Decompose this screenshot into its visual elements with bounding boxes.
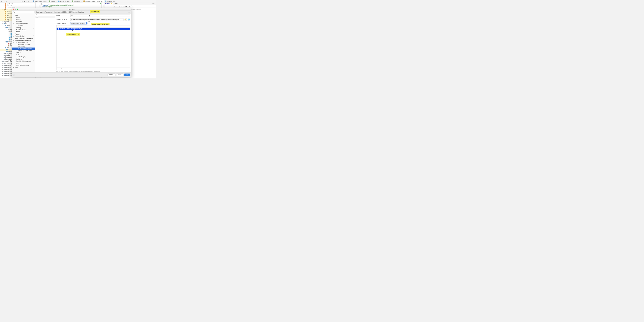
expand-icon[interactable]: ⇲ — [24, 0, 25, 2]
folder-icon — [5, 47, 6, 48]
pref-nav-item[interactable]: XSLT — [12, 62, 36, 64]
browse-icon[interactable]: 📁 — [125, 18, 127, 21]
remove-icon[interactable]: − — [59, 68, 60, 70]
expand-all-icon[interactable]: ⇱ — [121, 5, 122, 7]
folder-icon — [6, 41, 8, 42]
help-icon[interactable]: ? — [13, 74, 15, 76]
chevron-down-icon: ⌄ — [86, 22, 88, 24]
apply-button[interactable]: Apply — [116, 73, 123, 76]
pref-nav-item[interactable]: Markdown — [12, 58, 36, 60]
pref-nav-item[interactable]: XSLT File Associations — [12, 64, 36, 66]
file-entry[interactable]: 📄 File: src/main/resources/application.y… — [57, 28, 130, 30]
editor-tab[interactable]: gradlew✕ — [48, 0, 58, 2]
project-label[interactable]: Project — [3, 0, 7, 2]
file-icon — [10, 34, 12, 35]
pref-nav-item[interactable]: ▸Version Control — [12, 35, 36, 37]
dialog-titlebar[interactable]: Preferences — [12, 8, 131, 10]
folder-icon — [5, 17, 6, 18]
tasks-icon[interactable]: ▦ — [126, 5, 126, 7]
version-select[interactable]: JSON schema version 7 ⌄ — [70, 22, 88, 25]
editor-tab[interactable]: DBPoolLoader.java✕ — [32, 0, 48, 2]
folder-icon — [6, 51, 8, 52]
pref-nav-item[interactable]: ▾Kotlin — [12, 54, 36, 56]
collapse-icon[interactable]: − — [30, 0, 32, 2]
annotation-schema-file: Schema file — [90, 10, 100, 13]
collapse-all-icon[interactable]: ⇲ — [123, 5, 124, 7]
maximize-icon[interactable] — [17, 8, 18, 10]
tab-label: DBPoolLoader.java — [35, 0, 46, 2]
pref-nav-item[interactable]: JSON Schema Mappings — [12, 48, 36, 50]
pref-nav-item[interactable]: Spelling — [12, 27, 36, 29]
globe-icon[interactable]: 🌐 — [128, 18, 130, 21]
remove-icon[interactable]: − — [38, 14, 39, 16]
tree-row[interactable]: misc.xml — [0, 5, 36, 7]
add-icon[interactable]: + — [36, 14, 37, 16]
url-input[interactable] — [70, 18, 124, 21]
mapping-form: Name: Schema file or URL: 📁 🌐 Schema ver… — [55, 14, 131, 73]
pref-nav-item[interactable]: Advanced — [12, 25, 36, 27]
close-icon[interactable]: ✕ — [46, 0, 47, 2]
pref-nav-item[interactable]: ▾Languages & Frameworks — [12, 39, 36, 41]
close-icon[interactable]: ✕ — [69, 0, 70, 2]
pref-nav-item[interactable]: Remote JSON Schemas — [12, 50, 36, 52]
pref-nav-item[interactable]: Template Data Languages — [12, 60, 36, 62]
close-icon[interactable]: ✕ — [116, 0, 116, 2]
pref-nav-item[interactable]: ▸Tools — [12, 66, 36, 68]
pref-nav-item[interactable]: Kotlin Scripting — [12, 56, 36, 58]
editor-tab[interactable]: CApplication.java✕ — [58, 0, 71, 2]
pref-nav-item[interactable]: Emmet — [12, 16, 36, 18]
editor-tab[interactable]: CDatabase.java✕ — [104, 0, 117, 2]
pref-nav-item[interactable]: Default XML Schemas — [12, 43, 36, 46]
pref-nav-item[interactable]: Editor — [12, 14, 36, 16]
folder-icon — [9, 31, 10, 32]
name-input[interactable] — [70, 14, 130, 17]
main-toolbar: ▤ Project ▾ ◎ ⇲ | ✿ − DBPoolLoader.java✕… — [0, 0, 156, 2]
ok-button[interactable]: OK — [124, 73, 130, 76]
gear-icon[interactable]: ✿ — [28, 0, 30, 2]
project-badge-icon — [33, 60, 34, 62]
pref-nav-item[interactable]: Build, Execution, Deployment — [12, 37, 36, 39]
gear-icon[interactable]: ✿ — [152, 3, 154, 4]
close-icon[interactable]: ✕ — [102, 0, 103, 2]
offline-icon[interactable]: ⚭ — [129, 5, 130, 7]
add-icon[interactable]: + — [58, 68, 58, 70]
pref-nav-item[interactable]: ▾Schemas and DTDs — [12, 41, 36, 43]
dropdown-icon[interactable]: ▾ — [8, 1, 8, 2]
pref-nav-item[interactable]: Plugins — [12, 33, 36, 35]
project-icon: ▤ — [1, 0, 2, 2]
folder-icon — [5, 13, 6, 14]
version-label: Schema version: — [56, 23, 69, 24]
search-icon: 🔍 — [13, 11, 15, 13]
close-icon[interactable]: ✕ — [56, 0, 57, 2]
pref-nav-item[interactable]: JavaFX — [12, 52, 36, 54]
add-icon[interactable]: + — [116, 5, 117, 7]
editor-tab[interactable]: configuration-schema.json5✕ — [83, 0, 104, 2]
file-icon — [4, 67, 5, 68]
mapping-item[interactable]: db — [36, 16, 55, 18]
pref-nav-item[interactable]: TODO — [12, 31, 36, 33]
pref-nav-item[interactable]: XML Catalog — [12, 45, 36, 48]
pref-nav-item[interactable]: Intentions — [12, 20, 36, 23]
target-icon[interactable]: ◎ — [22, 0, 23, 2]
file-icon — [4, 55, 5, 56]
remove-icon[interactable]: − — [118, 5, 118, 7]
minimize-icon — [15, 8, 16, 10]
search-input[interactable] — [13, 11, 35, 13]
close-icon[interactable] — [13, 8, 14, 10]
file-type-icon — [33, 0, 34, 2]
refresh-icon[interactable]: ⟳ — [114, 5, 115, 7]
tree-row[interactable]: gradle.xml — [0, 3, 36, 5]
folder-icon — [6, 27, 8, 28]
pref-nav-item[interactable]: TextMate Bundles — [12, 29, 36, 31]
close-icon[interactable]: ✕ — [81, 0, 82, 2]
wrench-icon[interactable]: 🔧 — [131, 5, 132, 7]
file-icon — [5, 3, 6, 4]
edit-icon[interactable]: ✎ — [61, 68, 62, 70]
cancel-button[interactable]: Cancel — [108, 73, 115, 76]
editor-tab[interactable]: build.gradle✕ — [71, 0, 83, 2]
pref-nav-item[interactable]: ▾Language Injections — [12, 23, 36, 25]
collapse-icon[interactable]: − — [154, 3, 155, 4]
file-icon — [4, 57, 5, 58]
link-icon[interactable]: ⎌ — [120, 5, 120, 7]
pref-nav-item[interactable]: Images — [12, 18, 36, 21]
